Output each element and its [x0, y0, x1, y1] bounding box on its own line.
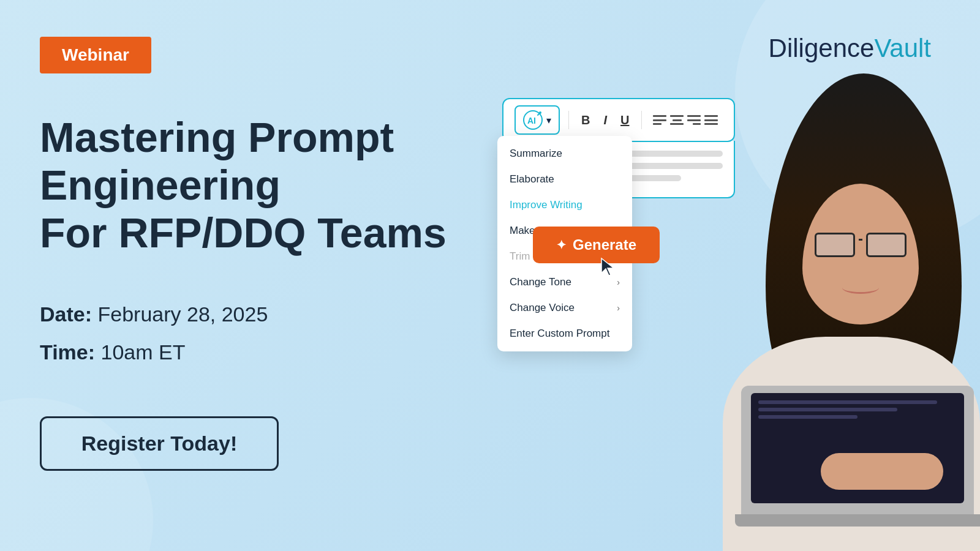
- dropdown-item-change-tone[interactable]: Change Tone›: [497, 269, 632, 295]
- date-value: February 28, 2025: [97, 302, 268, 326]
- align-justify-icon[interactable]: [704, 114, 718, 126]
- laptop-lid: [741, 386, 974, 514]
- webinar-badge: Webinar: [40, 37, 151, 73]
- time-label: Time:: [40, 340, 95, 364]
- align-right-icon[interactable]: [687, 114, 701, 126]
- generate-button-label: Generate: [573, 236, 636, 253]
- svg-text:AI: AI: [527, 116, 536, 126]
- time-line: Time: 10am ET: [40, 338, 268, 367]
- align-left-icon[interactable]: [653, 114, 666, 126]
- dropdown-item-change-voice[interactable]: Change Voice›: [497, 295, 632, 321]
- chevron-down-icon: ▾: [546, 114, 551, 126]
- generate-button[interactable]: ✦ Generate: [533, 227, 660, 263]
- editor-toolbar: AI ▾ B I U: [502, 98, 735, 142]
- submenu-arrow-icon: ›: [617, 277, 620, 287]
- date-line: Date: February 28, 2025: [40, 300, 268, 329]
- submenu-arrow-icon: ›: [617, 303, 620, 313]
- glasses: [815, 233, 907, 240]
- badge-label: Webinar: [62, 45, 129, 64]
- underline-icon[interactable]: U: [617, 111, 633, 130]
- ai-button[interactable]: AI ▾: [514, 105, 560, 135]
- toolbar-divider: [568, 111, 569, 129]
- event-info: Date: February 28, 2025 Time: 10am ET: [40, 300, 268, 375]
- heading-text: Mastering Prompt Engineering For RFP/DDQ…: [40, 113, 505, 257]
- dropdown-item-enter-custom-prompt[interactable]: Enter Custom Prompt: [497, 321, 632, 347]
- dropdown-item-improve-writing[interactable]: Improve Writing: [497, 192, 632, 218]
- smile: [842, 282, 879, 294]
- align-center-icon[interactable]: [670, 114, 684, 126]
- date-label: Date:: [40, 302, 92, 326]
- svg-point-2: [539, 111, 541, 114]
- align-icons-group: [653, 114, 718, 126]
- heading-line2: For RFP/DDQ Teams: [40, 209, 447, 256]
- dropdown-item-elaborate[interactable]: Elaborate: [497, 167, 632, 192]
- page-container: Webinar DiligenceVault Mastering Prompt …: [0, 0, 980, 551]
- register-button-label: Register Today!: [81, 432, 237, 455]
- heading-line1: Mastering Prompt Engineering: [40, 114, 394, 208]
- bold-icon[interactable]: B: [578, 111, 594, 130]
- laptop-base: [735, 514, 980, 527]
- time-value: 10am ET: [101, 340, 186, 364]
- person-hands: [821, 453, 943, 490]
- italic-icon[interactable]: I: [600, 111, 611, 130]
- ai-icon: AI: [523, 110, 543, 130]
- dropdown-item-summarize[interactable]: Summarize: [497, 141, 632, 167]
- register-button[interactable]: Register Today!: [40, 416, 279, 471]
- toolbar-divider-2: [641, 111, 642, 129]
- star-icon: ✦: [556, 238, 567, 252]
- main-heading: Mastering Prompt Engineering For RFP/DDQ…: [40, 113, 505, 257]
